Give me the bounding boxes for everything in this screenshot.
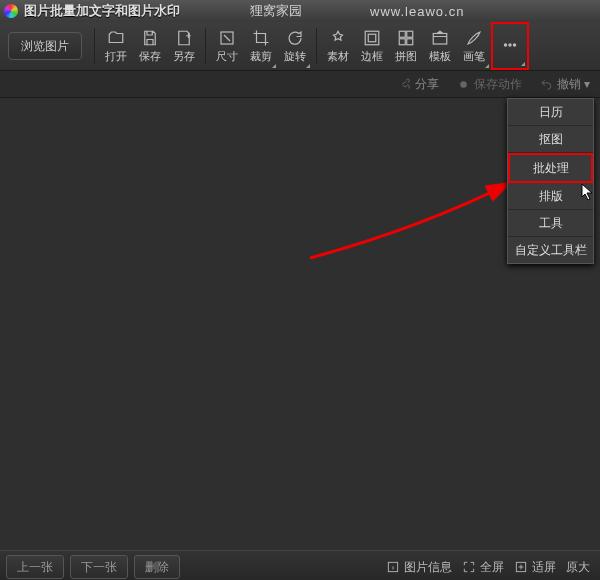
frame-button[interactable]: 边框 <box>355 22 389 70</box>
save-action-button[interactable]: 保存动作 <box>457 76 522 93</box>
browse-images-button[interactable]: 浏览图片 <box>8 32 82 60</box>
menu-item-tools[interactable]: 工具 <box>508 210 593 237</box>
size-label: 尺寸 <box>216 49 238 64</box>
window-title: 图片批量加文字和图片水印 <box>24 2 180 20</box>
open-label: 打开 <box>105 49 127 64</box>
secondary-toolbar: 分享 保存动作 撤销 ▾ <box>0 71 600 98</box>
svg-rect-4 <box>407 31 413 37</box>
undo-label: 撤销 <box>557 76 581 93</box>
svg-rect-7 <box>433 33 447 44</box>
brush-icon <box>465 29 483 47</box>
collage-button[interactable]: 拼图 <box>389 22 423 70</box>
svg-rect-1 <box>365 31 379 45</box>
saveas-icon <box>175 29 193 47</box>
template-label: 模板 <box>429 49 451 64</box>
dropdown-arrow-icon <box>272 64 276 68</box>
material-button[interactable]: 素材 <box>321 22 355 70</box>
undo-button[interactable]: 撤销 ▾ <box>540 76 590 93</box>
material-icon <box>329 29 347 47</box>
save-icon <box>141 29 159 47</box>
save-label: 保存 <box>139 49 161 64</box>
record-icon <box>457 78 470 91</box>
share-button[interactable]: 分享 <box>398 76 439 93</box>
crop-label: 裁剪 <box>250 49 272 64</box>
menu-item-cutout[interactable]: 抠图 <box>508 126 593 153</box>
save-action-label: 保存动作 <box>474 76 522 93</box>
menu-item-calendar[interactable]: 日历 <box>508 99 593 126</box>
divider <box>94 28 95 64</box>
delete-button[interactable]: 删除 <box>134 555 180 579</box>
bottom-toolbar: 上一张 下一张 删除 图片信息 全屏 适屏 原大 <box>0 550 600 580</box>
more-dropdown: 日历 抠图 批处理 排版 工具 自定义工具栏 <box>507 98 594 264</box>
svg-point-9 <box>509 44 511 46</box>
saveas-label: 另存 <box>173 49 195 64</box>
image-info-button[interactable]: 图片信息 <box>386 559 452 576</box>
rotate-button[interactable]: 旋转 <box>278 22 312 70</box>
canvas-area: 日历 抠图 批处理 排版 工具 自定义工具栏 <box>0 98 600 550</box>
dropdown-arrow-icon <box>521 62 525 66</box>
undo-icon <box>540 78 553 91</box>
app-logo-icon <box>4 4 18 18</box>
frame-label: 边框 <box>361 49 383 64</box>
crop-icon <box>252 29 270 47</box>
site-url: www.leawo.cn <box>370 4 464 19</box>
rotate-label: 旋转 <box>284 49 306 64</box>
size-button[interactable]: 尺寸 <box>210 22 244 70</box>
more-icon <box>501 36 519 54</box>
more-button[interactable] <box>491 22 529 70</box>
main-toolbar: 浏览图片 打开 保存 另存 尺寸 裁剪 旋转 素材 边框 拼图 <box>0 22 600 71</box>
site-name: 狸窝家园 <box>250 2 302 20</box>
prev-image-button[interactable]: 上一张 <box>6 555 64 579</box>
info-icon <box>386 560 400 574</box>
crop-button[interactable]: 裁剪 <box>244 22 278 70</box>
menu-item-layout[interactable]: 排版 <box>508 183 593 210</box>
original-size-button[interactable]: 原大 <box>566 559 590 576</box>
fit-screen-button[interactable]: 适屏 <box>514 559 556 576</box>
open-button[interactable]: 打开 <box>99 22 133 70</box>
menu-item-custom-toolbar[interactable]: 自定义工具栏 <box>508 237 593 263</box>
divider <box>316 28 317 64</box>
svg-point-10 <box>513 44 515 46</box>
brush-button[interactable]: 画笔 <box>457 22 491 70</box>
annotation-arrow-icon <box>300 128 530 268</box>
fullscreen-button[interactable]: 全屏 <box>462 559 504 576</box>
material-label: 素材 <box>327 49 349 64</box>
size-icon <box>218 29 236 47</box>
collage-label: 拼图 <box>395 49 417 64</box>
collage-icon <box>397 29 415 47</box>
divider <box>205 28 206 64</box>
template-button[interactable]: 模板 <box>423 22 457 70</box>
menu-item-batch[interactable]: 批处理 <box>508 153 593 183</box>
share-label: 分享 <box>415 76 439 93</box>
dropdown-arrow-icon <box>485 64 489 68</box>
saveas-button[interactable]: 另存 <box>167 22 201 70</box>
fullscreen-icon <box>462 560 476 574</box>
next-image-button[interactable]: 下一张 <box>70 555 128 579</box>
svg-point-8 <box>504 44 506 46</box>
frame-icon <box>363 29 381 47</box>
save-button[interactable]: 保存 <box>133 22 167 70</box>
browse-images-label: 浏览图片 <box>21 38 69 55</box>
dropdown-arrow-icon <box>306 64 310 68</box>
svg-point-11 <box>460 81 467 88</box>
template-icon <box>431 29 449 47</box>
titlebar: 图片批量加文字和图片水印 狸窝家园 www.leawo.cn <box>0 0 600 22</box>
svg-rect-5 <box>399 38 405 44</box>
fit-icon <box>514 560 528 574</box>
open-icon <box>107 29 125 47</box>
rotate-icon <box>286 29 304 47</box>
svg-rect-2 <box>368 34 376 42</box>
svg-rect-3 <box>399 31 405 37</box>
svg-rect-6 <box>407 38 413 44</box>
share-icon <box>398 78 411 91</box>
brush-label: 画笔 <box>463 49 485 64</box>
